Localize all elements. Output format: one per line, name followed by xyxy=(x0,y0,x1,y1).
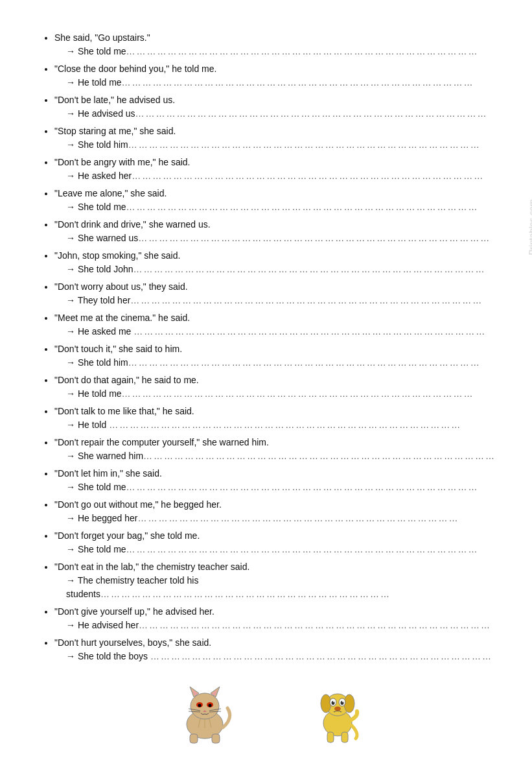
direct-speech: "Don't touch it," she said to him. xyxy=(54,342,500,356)
direct-speech: "Close the door behind you," he told me. xyxy=(54,62,500,76)
direct-speech: "Leave me alone," she said. xyxy=(54,187,500,200)
direct-speech: "Don't talk to me like that," he said. xyxy=(54,405,500,418)
watermark: Printables.com xyxy=(527,200,533,255)
dog-image xyxy=(312,679,364,744)
answer-dots: ………………………………………………………………………………………… xyxy=(139,620,491,630)
answer-dots: ………………………………………………………………………………………… xyxy=(132,171,484,181)
direct-speech: "Stop staring at me," she said. xyxy=(54,124,500,138)
answer-dots: ………………………………………………………………………………………… xyxy=(126,202,479,212)
list-item: "Don't go out without me," he begged her… xyxy=(54,498,500,525)
answer-dots: ………………………………………………………………………………………… xyxy=(135,108,488,119)
answer-dots: ………………………………………………………………………………………… xyxy=(128,139,481,150)
list-item: "Don't forget your bag," she told me.→ S… xyxy=(54,529,500,556)
svg-point-23 xyxy=(344,694,354,713)
answer-dots: ………………………………………………………………………………………… xyxy=(126,544,479,554)
list-item: "Don't give yourself up," he advised her… xyxy=(54,605,500,632)
reported-speech: → He told ………………………………………………………………………………… xyxy=(54,418,500,432)
direct-speech: "Don't be late," he advised us. xyxy=(54,93,500,107)
svg-rect-32 xyxy=(341,732,348,742)
reported-speech: → They told her…………………………………………………………………… xyxy=(54,294,500,307)
reported-speech: → She told John…………………………………………………………………… xyxy=(54,263,500,276)
reported-speech: → He told me…………………………………………………………………………… xyxy=(54,387,500,401)
direct-speech: "John, stop smoking," she said. xyxy=(54,249,500,263)
answer-dots: ………………………………………………………………………………………… xyxy=(133,264,486,274)
cat-image xyxy=(176,679,234,744)
reported-speech: → She warned him………………………………………………………………… xyxy=(54,449,500,463)
reported-speech: → She told him……………………………………………………………………… xyxy=(54,356,500,370)
list-item: "Stop staring at me," she said.→ She tol… xyxy=(54,124,500,152)
reported-speech: → He advised her………………………………………………………………… xyxy=(54,619,500,632)
svg-point-9 xyxy=(208,704,211,707)
list-item: "Don't do that again," he said to me.→ H… xyxy=(54,373,500,401)
reported-speech: → She told me………………………………………………………………………… xyxy=(54,200,500,214)
direct-speech: "Don't let him in," she said. xyxy=(54,467,500,480)
answer-dots: ………………………………………………………………………………… xyxy=(138,513,459,523)
direct-speech: "Don't give yourself up," he advised her… xyxy=(54,605,500,619)
answer-dots: ………………………………………………………………………………………… xyxy=(109,420,461,430)
direct-speech: "Don't worry about us," they said. xyxy=(54,280,500,294)
list-item: "Don't eat in the lab," the chemistry te… xyxy=(54,560,500,601)
reported-speech: → She told me………………………………………………………………………… xyxy=(54,480,500,494)
list-item: "Close the door behind you," he told me.… xyxy=(54,62,500,89)
reported-speech: → The chemistry teacher told his student… xyxy=(54,574,500,601)
list-item: "Don't touch it," she said to him.→ She … xyxy=(54,342,500,370)
reported-speech: → She told him……………………………………………………………………… xyxy=(54,138,500,152)
svg-point-30 xyxy=(334,707,341,711)
direct-speech: "Don't eat in the lab," the chemistry te… xyxy=(54,560,500,574)
answer-dots: ………………………………………………………………………………………… xyxy=(126,46,479,56)
direct-speech: She said, "Go upstairs." xyxy=(54,31,500,45)
list-item: "Don't let him in," she said.→ She told … xyxy=(54,467,500,494)
list-item: "Don't drink and drive," she warned us.→… xyxy=(54,218,500,245)
answer-dots: ………………………………………………………………………………………… xyxy=(122,77,474,88)
reported-speech: → She told me………………………………………………………………………… xyxy=(54,45,500,58)
svg-point-28 xyxy=(333,701,334,702)
list-item: "Leave me alone," she said.→ She told me… xyxy=(54,187,500,214)
svg-rect-16 xyxy=(212,734,220,743)
exercise-list: She said, "Go upstairs."→ She told me………… xyxy=(39,31,500,663)
answer-dots: ………………………………………………………………………………………… xyxy=(133,326,486,337)
list-item: She said, "Go upstairs."→ She told me………… xyxy=(54,31,500,58)
reported-speech: → He told me…………………………………………………………………………… xyxy=(54,76,500,89)
images-row xyxy=(39,679,500,744)
svg-rect-31 xyxy=(327,732,334,742)
direct-speech: "Don't be angry with me," he said. xyxy=(54,156,500,169)
list-item: "Don't talk to me like that," he said.→ … xyxy=(54,405,500,432)
direct-speech: "Don't go out without me," he begged her… xyxy=(54,498,500,512)
direct-speech: "Don't repair the computer yourself," sh… xyxy=(54,436,500,449)
direct-speech: "Don't forget your bag," she told me. xyxy=(54,529,500,543)
answer-dots: ………………………………………………………………………………………… xyxy=(122,388,474,399)
reported-speech: → She told the boys ……………………………………………………… xyxy=(54,650,500,663)
reported-speech: → He asked her……………………………………………………………………… xyxy=(54,169,500,183)
answer-dots: ………………………………………………………………………………………… xyxy=(126,482,479,492)
list-item: "Don't worry about us," they said.→ They… xyxy=(54,280,500,307)
reported-speech: → She told me………………………………………………………………………… xyxy=(54,543,500,556)
direct-speech: "Meet me at the cinema." he said. xyxy=(54,311,500,325)
answer-dots: ………………………………………………………………………………………… xyxy=(130,295,483,305)
svg-point-29 xyxy=(342,701,343,702)
list-item: "John, stop smoking," she said.→ She tol… xyxy=(54,249,500,276)
answer-dots: ……………………………………………………………………………………… xyxy=(150,651,492,661)
reported-speech: → He asked me ……………………………………………………………………… xyxy=(54,325,500,338)
answer-dots: ………………………………………………………………………………………… xyxy=(138,233,491,243)
reported-speech: → He advised us…………………………………………………………………… xyxy=(54,107,500,121)
reported-speech: → She warned us…………………………………………………………………… xyxy=(54,231,500,245)
list-item: "Don't repair the computer yourself," sh… xyxy=(54,436,500,463)
list-item: "Don't hurt yourselves, boys," she said.… xyxy=(54,636,500,663)
svg-point-8 xyxy=(198,704,201,707)
list-item: "Don't be late," he advised us.→ He advi… xyxy=(54,93,500,121)
list-item: "Don't be angry with me," he said.→ He a… xyxy=(54,156,500,183)
direct-speech: "Don't do that again," he said to me. xyxy=(54,373,500,387)
list-item: "Meet me at the cinema." he said.→ He as… xyxy=(54,311,500,338)
reported-speech: → He begged her…………………………………………………………………… xyxy=(54,512,500,525)
answer-dots: ………………………………………………………………………………………… xyxy=(143,451,496,461)
answer-dots: ………………………………………………………………………………………… xyxy=(128,357,481,368)
direct-speech: "Don't drink and drive," she warned us. xyxy=(54,218,500,231)
answer-dots: ………………………………………………………………………… xyxy=(100,589,391,599)
svg-rect-15 xyxy=(190,734,198,743)
svg-point-22 xyxy=(321,694,331,713)
svg-point-1 xyxy=(191,693,219,719)
direct-speech: "Don't hurt yourselves, boys," she said. xyxy=(54,636,500,650)
